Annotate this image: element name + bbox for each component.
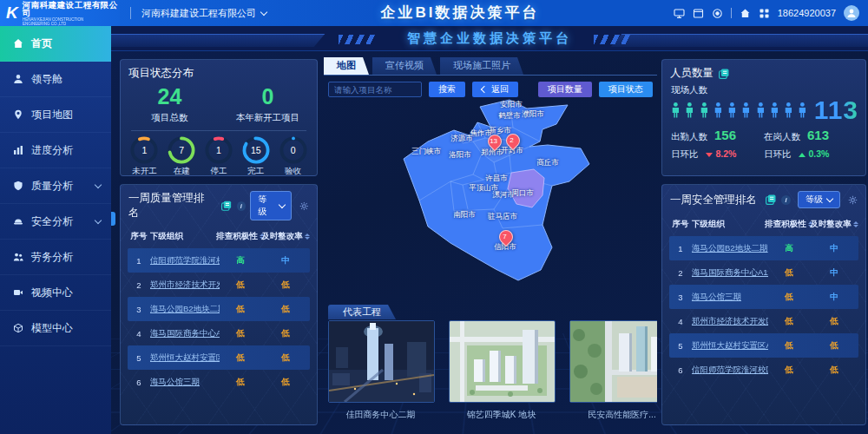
org-link[interactable]: 海马公馆三期 [150, 377, 220, 388]
search-button[interactable]: 搜索 [429, 82, 465, 97]
header-divider [731, 8, 732, 18]
org-link[interactable]: 海马公园B2地块二期 [692, 243, 768, 254]
city-label: 驻马店市 [488, 212, 517, 222]
org-link[interactable]: 郑州恒大赵村安置区A-0... [150, 352, 220, 364]
gear-icon[interactable] [299, 201, 309, 211]
sidebar-item-project-map[interactable]: 项目地图 [0, 97, 111, 133]
chevron-down-icon [826, 194, 833, 201]
org-link[interactable]: 信阳师范学院淮河校区二... [150, 255, 220, 266]
table-row[interactable]: 1海马公园B2地块二期高中 [669, 236, 858, 260]
panel-title: 项目状态分布 [128, 66, 194, 81]
org-link[interactable]: 信阳师范学院淮河校区二... [692, 365, 768, 376]
info-icon[interactable]: i [237, 201, 247, 211]
sidebar-item-video[interactable]: 视频中心 [0, 275, 111, 311]
safety-helmet-icon [13, 216, 23, 227]
panel-collapse-handle[interactable] [111, 212, 115, 226]
sidebar-item-safety[interactable]: 安全分析 [0, 204, 111, 240]
back-button[interactable]: 返回 [472, 82, 518, 97]
person-icon [671, 101, 681, 120]
tab-promo-video[interactable]: 宣传视频 [372, 57, 437, 75]
project-search-input[interactable] [328, 82, 422, 97]
sort-header[interactable]: 排查积极性 [768, 219, 810, 230]
table-row[interactable]: 6信阳师范学院淮河校区二...低低 [669, 358, 858, 382]
status-ring-finished: 15 完工 [239, 135, 273, 177]
org-link[interactable]: 海马国际商务中心A1地... [692, 267, 768, 279]
video-camera-icon [13, 287, 23, 298]
city-label: 三门峡市 [411, 147, 441, 157]
sidebar-item-home[interactable]: 首页 [0, 26, 111, 62]
sort-header[interactable]: 及时整改率 [810, 219, 858, 230]
table-row[interactable]: 5郑州恒大赵村安置区A-0...低低 [128, 345, 310, 370]
labor-people-icon [13, 252, 23, 262]
status-ring-paused: 1 停工 [201, 135, 236, 177]
table-row[interactable]: 5郑州恒大赵村安置区A-0...低低 [669, 333, 858, 358]
org-link[interactable]: 海马公馆三期 [692, 292, 768, 303]
person-icon [741, 101, 751, 120]
window-icon[interactable] [693, 8, 704, 19]
org-link[interactable]: 郑州恒大赵村安置区A-0... [692, 340, 768, 352]
panel-title: 一周安全管理排名 [670, 193, 757, 207]
table-row[interactable]: 6海马公馆三期低低 [128, 370, 310, 394]
city-label: 周口市 [511, 188, 534, 199]
project-status-button[interactable]: 项目状态 [599, 82, 653, 97]
info-icon[interactable]: i [781, 195, 791, 205]
user-avatar[interactable] [844, 5, 859, 21]
table-row[interactable]: 2海马国际商务中心A1地...低中 [669, 260, 858, 285]
stat-attendance: 出勤人数156 [671, 128, 764, 143]
project-card[interactable]: 锦艺四季城K 地块 [449, 320, 554, 426]
quality-shield-icon [13, 181, 23, 191]
project-count-button[interactable]: 项目数量 [538, 82, 592, 97]
sidebar-item-labor[interactable]: 劳务分析 [0, 240, 111, 275]
stat-new-projects: 0 本年新开工项目 [219, 85, 317, 124]
table-row[interactable]: 3海马公园B2地块二期低低 [128, 297, 310, 321]
home-icon[interactable] [740, 8, 751, 19]
onsite-count-pictograph: 113 [662, 96, 865, 120]
project-caption: 民安高性能医疗... [569, 409, 657, 421]
sort-header[interactable]: 排查积极性 [220, 231, 261, 242]
representative-projects-tab[interactable]: 代表工程 [328, 305, 396, 319]
city-label: 鹤壁市 [498, 111, 521, 122]
triangle-down-icon [706, 153, 713, 157]
henan-province-map[interactable]: 安阳市 鹤壁市 濮阳市 新乡市 焦作市 济源市 三门峡市 洛阳市 郑州市 开封市… [324, 98, 657, 300]
status-ring-accepted: 0 验收 [276, 135, 311, 177]
sidebar-item-progress[interactable]: 进度分析 [0, 133, 111, 168]
org-link[interactable]: 郑州市经济技术开发区青... [692, 316, 768, 327]
project-caption: 锦艺四季城K 地块 [449, 409, 554, 421]
org-selector[interactable]: 河南科建建设工程有限公司 [130, 7, 266, 19]
org-link[interactable]: 郑州市经济技术开发区青... [150, 279, 220, 291]
sidebar-item-model[interactable]: 模型中心 [0, 311, 111, 346]
sort-icon [305, 233, 310, 240]
project-card[interactable]: 佳田商务中心二期 [328, 320, 433, 426]
chevron-down-icon [95, 216, 102, 223]
table-row[interactable]: 1信阳师范学院淮河校区二...高中 [128, 248, 310, 273]
org-link[interactable]: 海马公园B2地块二期 [150, 304, 220, 315]
company-name: 河南科建建设工程有限公司 [23, 1, 120, 17]
gear-icon[interactable] [848, 195, 858, 205]
sidebar-item-captain[interactable]: 领导舱 [0, 62, 111, 97]
table-row[interactable]: 3海马公馆三期低中 [669, 285, 858, 309]
captain-icon [13, 74, 23, 84]
sort-icon [853, 221, 858, 227]
person-icon [685, 101, 694, 120]
project-card[interactable]: 民安高性能医疗... [569, 320, 657, 426]
org-link[interactable]: 海马国际商务中心A1地... [150, 328, 220, 339]
table-row[interactable]: 4郑州市经济技术开发区青...低低 [669, 309, 858, 333]
chevron-down-icon [278, 201, 285, 207]
tab-map[interactable]: 地图 [324, 57, 369, 75]
monitor-icon[interactable] [674, 8, 685, 19]
tab-site-photos[interactable]: 现场施工照片 [440, 57, 523, 75]
sort-header[interactable]: 及时整改率 [261, 231, 310, 242]
city-label: 济源市 [450, 134, 473, 144]
grade-filter-dropdown[interactable]: 等级 [250, 191, 292, 220]
grade-filter-dropdown[interactable]: 等级 [798, 191, 840, 208]
quality-rank-panel: 一周质量管理排名 i 等级 序号 下级组织 排查积极性 及时整改率 1信阳师范学… [120, 184, 318, 425]
table-row[interactable]: 4海马国际商务中心A1地...低低 [128, 321, 310, 345]
sidebar-item-quality[interactable]: 质量分析 [0, 168, 111, 204]
grid-icon[interactable] [759, 8, 770, 19]
onsite-count-value: 113 [814, 101, 858, 120]
person-icon [784, 101, 793, 120]
person-icon [756, 101, 766, 120]
city-label: 洛阳市 [449, 150, 471, 161]
record-icon[interactable] [712, 8, 723, 19]
table-row[interactable]: 2郑州市经济技术开发区青...低低 [128, 273, 310, 297]
